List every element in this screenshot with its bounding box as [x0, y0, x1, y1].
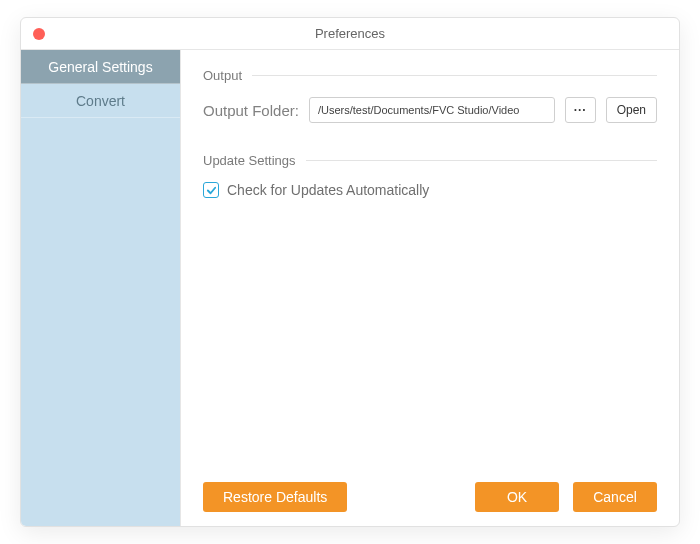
section-output-heading: Output: [203, 68, 657, 83]
output-folder-row: Output Folder: /Users/test/Documents/FVC…: [203, 97, 657, 123]
output-folder-value: /Users/test/Documents/FVC Studio/Video: [318, 104, 520, 116]
close-icon[interactable]: [33, 28, 45, 40]
section-title: Output: [203, 68, 242, 83]
preferences-window: Preferences General Settings Convert Out…: [20, 17, 680, 527]
divider: [306, 160, 657, 161]
auto-update-row: Check for Updates Automatically: [203, 182, 657, 198]
sidebar-item-label: Convert: [76, 93, 125, 109]
sidebar: General Settings Convert: [21, 50, 181, 526]
ok-button[interactable]: OK: [475, 482, 559, 512]
cancel-button[interactable]: Cancel: [573, 482, 657, 512]
main-panel: Output Output Folder: /Users/test/Docume…: [181, 50, 679, 526]
spacer: [203, 123, 657, 151]
window-controls: [33, 28, 45, 40]
footer: Restore Defaults OK Cancel: [203, 472, 657, 512]
titlebar: Preferences: [21, 18, 679, 50]
divider: [252, 75, 657, 76]
restore-defaults-button[interactable]: Restore Defaults: [203, 482, 347, 512]
output-folder-input[interactable]: /Users/test/Documents/FVC Studio/Video: [309, 97, 555, 123]
ellipsis-icon: ···: [574, 103, 587, 117]
browse-button[interactable]: ···: [565, 97, 596, 123]
section-title: Update Settings: [203, 153, 296, 168]
auto-update-checkbox[interactable]: [203, 182, 219, 198]
section-update-heading: Update Settings: [203, 153, 657, 168]
window-body: General Settings Convert Output Output F…: [21, 50, 679, 526]
sidebar-item-convert[interactable]: Convert: [21, 84, 180, 118]
sidebar-item-label: General Settings: [48, 59, 152, 75]
sidebar-item-general-settings[interactable]: General Settings: [21, 50, 180, 84]
check-icon: [206, 185, 217, 196]
open-folder-button[interactable]: Open: [606, 97, 657, 123]
window-title: Preferences: [315, 26, 385, 41]
output-folder-label: Output Folder:: [203, 102, 299, 119]
auto-update-label: Check for Updates Automatically: [227, 182, 429, 198]
